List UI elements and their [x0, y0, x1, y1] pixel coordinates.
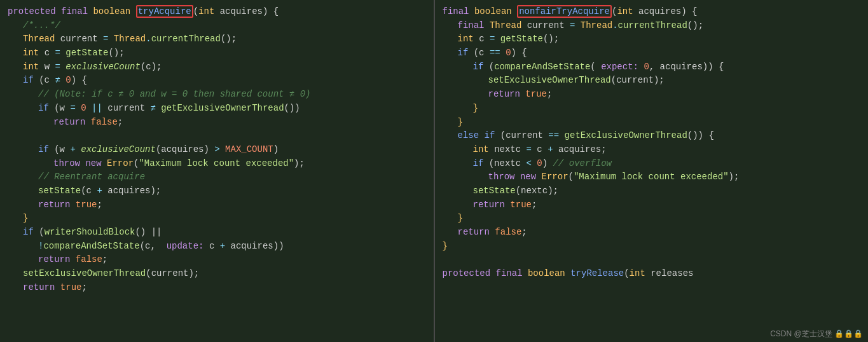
code-line: int w = exclusiveCount(c); [8, 60, 426, 74]
code-line: Thread current = Thread.currentThread(); [8, 32, 426, 46]
code-line: protected final boolean tryRelease(int r… [443, 267, 861, 281]
code-line: setExclusiveOwnerThread(current); [443, 74, 861, 88]
code-line: !compareAndSetState(c, update: c + acqui… [8, 240, 426, 254]
code-line: return false; [443, 226, 861, 240]
code-line: // Reentrant acquire [8, 170, 426, 184]
code-line: throw new Error("Maximum lock count exce… [443, 170, 861, 184]
code-line: if (w = 0 || current ≠ getExclusiveOwner… [8, 102, 426, 116]
code-line: // (Note: if c ≠ 0 and w = 0 then shared… [8, 88, 426, 102]
main-container: protected final boolean tryAcquire(int a… [0, 0, 868, 342]
code-line: setState(nextc); [443, 184, 861, 198]
code-line: final boolean nonfairTryAcquire(int acqu… [443, 5, 861, 19]
code-line [443, 253, 861, 267]
code-line: int nextc = c + acquires; [443, 143, 861, 157]
code-line: if (c == 0) { [443, 46, 861, 60]
code-line: } [8, 212, 426, 226]
code-line: if (writerShouldBlock() || [8, 226, 426, 240]
code-line: /*...*/ [8, 19, 426, 33]
code-line: int c = getState(); [8, 46, 426, 60]
code-line: return true; [8, 198, 426, 212]
code-line: return false; [8, 116, 426, 130]
code-line [8, 129, 426, 143]
code-line: else if (current == getExclusiveOwnerThr… [443, 129, 861, 143]
code-line: if (w + exclusiveCount(acquires) > MAX_C… [8, 143, 426, 157]
code-line: final Thread current = Thread.currentThr… [443, 19, 861, 33]
code-line: int c = getState(); [443, 32, 861, 46]
code-line: throw new Error("Maximum lock count exce… [8, 157, 426, 171]
watermark: CSDN @芝士汉堡 🔒🔒🔒 [770, 329, 863, 339]
code-line: return true; [443, 88, 861, 102]
code-line: } [443, 116, 861, 130]
code-line: if (compareAndSetState( expect: 0, acqui… [443, 60, 861, 74]
code-line: setExclusiveOwnerThread(current); [8, 267, 426, 281]
code-line: if (nextc < 0) // overflow [443, 157, 861, 171]
code-line: return true; [443, 198, 861, 212]
left-code-panel: protected final boolean tryAcquire(int a… [0, 0, 435, 342]
code-line: protected final boolean tryAcquire(int a… [8, 5, 426, 19]
code-line: } [443, 212, 861, 226]
code-line: if (c ≠ 0) { [8, 74, 426, 88]
code-line: setState(c + acquires); [8, 184, 426, 198]
code-line: return false; [8, 253, 426, 267]
code-line: } [443, 240, 861, 254]
code-line: } [443, 102, 861, 116]
code-line: return true; [8, 281, 426, 295]
right-code-panel: final boolean nonfairTryAcquire(int acqu… [435, 0, 869, 342]
